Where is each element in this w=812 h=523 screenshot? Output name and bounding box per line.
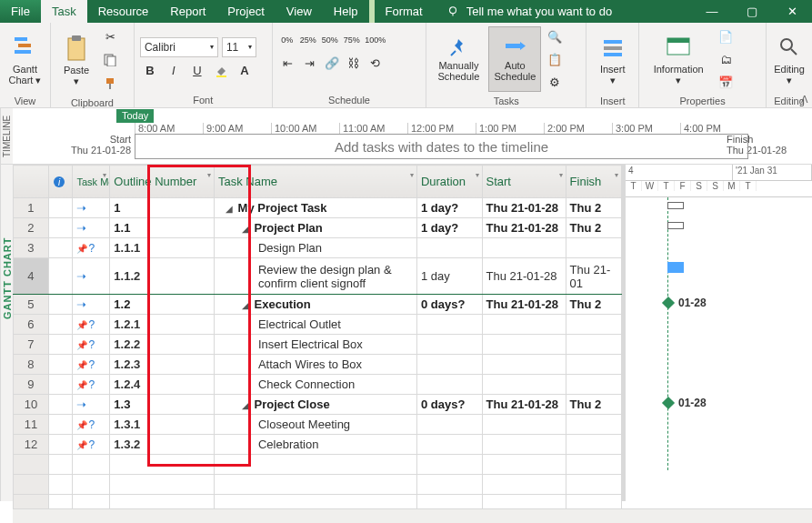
milestone[interactable] xyxy=(662,397,675,409)
tab-task[interactable]: Task xyxy=(41,0,87,23)
table-row[interactable]: 11◢ My Project Task1 day?Thu 21-01-28Thu… xyxy=(14,198,622,218)
cell-start[interactable] xyxy=(482,435,566,455)
cell-info[interactable] xyxy=(48,375,73,395)
cell-outline[interactable]: 1.2.4 xyxy=(110,375,215,395)
tab-report[interactable]: Report xyxy=(159,0,216,23)
cell-finish[interactable] xyxy=(566,375,621,395)
cell-info[interactable] xyxy=(48,258,73,295)
cell-outline[interactable]: 1 xyxy=(110,198,215,218)
cell-mode[interactable]: ? xyxy=(73,415,110,435)
cell-duration[interactable] xyxy=(416,238,482,258)
unlink-button[interactable]: ⛓ xyxy=(344,53,364,73)
row-number[interactable]: 1 xyxy=(14,198,49,218)
text-color-button[interactable]: A xyxy=(235,61,255,81)
cell-outline[interactable]: 1.1.1 xyxy=(110,238,215,258)
cell-start[interactable]: Thu 21-01-28 xyxy=(482,395,566,415)
table-row[interactable]: 51.2◢ Execution0 days?Thu 21-01-28Thu 2 xyxy=(14,295,622,315)
cell-duration[interactable]: 0 days? xyxy=(416,395,482,415)
collapse-ribbon[interactable]: ᐱ xyxy=(801,94,808,106)
cell-duration[interactable] xyxy=(416,415,482,435)
pct-50[interactable]: 50% xyxy=(320,30,340,50)
cell-name[interactable]: Design Plan xyxy=(214,238,416,258)
row-number[interactable]: 8 xyxy=(14,355,49,375)
italic-button[interactable]: I xyxy=(164,61,184,81)
underline-button[interactable]: U xyxy=(187,61,207,81)
cell-duration[interactable] xyxy=(416,435,482,455)
cell-start[interactable]: Thu 21-01-28 xyxy=(482,198,566,218)
details-button[interactable]: 🗂 xyxy=(716,49,736,69)
tab-resource[interactable]: Resource xyxy=(87,0,160,23)
bold-button[interactable]: B xyxy=(140,61,160,81)
row-number[interactable]: 12 xyxy=(14,435,49,455)
timeline-panel[interactable]: Today 8:00 AM9:00 AM10:00 AM11:00 AM12:0… xyxy=(13,108,812,164)
cell-mode[interactable]: ? xyxy=(73,238,110,258)
timeline-add-button[interactable]: 📅 xyxy=(716,72,736,92)
col-finish[interactable]: Finish▾ xyxy=(566,166,621,198)
cell-outline[interactable]: 1.3 xyxy=(110,395,215,415)
cell-outline[interactable]: 1.2.1 xyxy=(110,315,215,335)
gantt-chart-area[interactable]: 4 '21 Jan 31 TWTFSSMT 01-2801-28 xyxy=(626,165,812,501)
cell-info[interactable] xyxy=(48,198,73,218)
cell-start[interactable] xyxy=(482,375,566,395)
pct-0[interactable]: 0% xyxy=(278,30,296,50)
row-number[interactable]: 2 xyxy=(14,218,49,238)
cell-info[interactable] xyxy=(48,395,73,415)
cell-start[interactable] xyxy=(482,315,566,335)
cell-info[interactable] xyxy=(48,218,73,238)
respect-links-button[interactable]: ⟲ xyxy=(366,53,386,73)
cell-name[interactable]: ◢ Project Plan xyxy=(214,218,416,238)
font-name-combo[interactable]: Calibri▾ xyxy=(140,37,218,57)
row-number[interactable]: 4 xyxy=(14,258,49,295)
auto-schedule-button[interactable]: Auto Schedule xyxy=(488,26,541,92)
row-number[interactable]: 6 xyxy=(14,315,49,335)
copy-button[interactable] xyxy=(100,50,120,70)
cell-duration[interactable] xyxy=(416,375,482,395)
cell-outline[interactable]: 1.3.1 xyxy=(110,415,215,435)
cell-finish[interactable]: Thu 21-01 xyxy=(566,258,621,295)
cell-finish[interactable] xyxy=(566,315,621,335)
cell-info[interactable] xyxy=(48,315,73,335)
table-row[interactable]: 21.1◢ Project Plan1 day?Thu 21-01-28Thu … xyxy=(14,218,622,238)
cell-finish[interactable]: Thu 2 xyxy=(566,395,621,415)
cell-info[interactable] xyxy=(48,435,73,455)
table-row[interactable]: 12?1.3.2Celebration xyxy=(14,435,622,455)
col-duration[interactable]: Duration▾ xyxy=(416,166,482,198)
cell-duration[interactable]: 1 day? xyxy=(416,218,482,238)
cut-button[interactable]: ✂ xyxy=(100,26,120,46)
summary-bar[interactable] xyxy=(667,202,684,209)
row-number[interactable]: 3 xyxy=(14,238,49,258)
cell-finish[interactable] xyxy=(566,238,621,258)
cell-duration[interactable] xyxy=(416,335,482,355)
cell-mode[interactable] xyxy=(73,395,110,415)
col-name[interactable]: Task Name▾ xyxy=(214,166,416,198)
cell-start[interactable]: Thu 21-01-28 xyxy=(482,295,566,315)
cell-start[interactable] xyxy=(482,355,566,375)
cell-name[interactable]: ◢ Project Close xyxy=(214,395,416,415)
timeline-dropzone[interactable]: Add tasks with dates to the timeline xyxy=(135,134,748,159)
cell-mode[interactable] xyxy=(73,258,110,295)
summary-bar[interactable] xyxy=(667,222,684,229)
task-bar[interactable] xyxy=(667,262,684,273)
col-outline[interactable]: Outline Number▾ xyxy=(110,166,215,198)
cell-info[interactable] xyxy=(48,355,73,375)
tab-help[interactable]: Help xyxy=(323,0,369,23)
table-row[interactable]: 6?1.2.1Electrical Outlet xyxy=(14,315,622,335)
table-row[interactable]: 9?1.2.4Check Connection xyxy=(14,375,622,395)
cell-mode[interactable]: ? xyxy=(73,335,110,355)
cell-info[interactable] xyxy=(48,415,73,435)
pct-100[interactable]: 100% xyxy=(364,30,387,50)
cell-finish[interactable]: Thu 2 xyxy=(566,295,621,315)
pct-75[interactable]: 75% xyxy=(342,30,362,50)
tab-project[interactable]: Project xyxy=(216,0,275,23)
cell-duration[interactable]: 1 day? xyxy=(416,198,482,218)
cell-mode[interactable] xyxy=(73,218,110,238)
col-rownum[interactable] xyxy=(14,166,49,198)
move-button[interactable]: 📋 xyxy=(545,49,565,69)
information-button[interactable]: Information▾ xyxy=(645,26,712,92)
cell-name[interactable]: ◢ My Project Task xyxy=(214,198,416,218)
editing-button[interactable]: Editing▾ xyxy=(772,26,807,92)
tab-view[interactable]: View xyxy=(276,0,323,23)
col-mode[interactable]: Task Mode▾ xyxy=(73,166,110,198)
cell-name[interactable]: Check Connection xyxy=(214,375,416,395)
paste-button[interactable]: Paste▾ xyxy=(56,27,96,93)
